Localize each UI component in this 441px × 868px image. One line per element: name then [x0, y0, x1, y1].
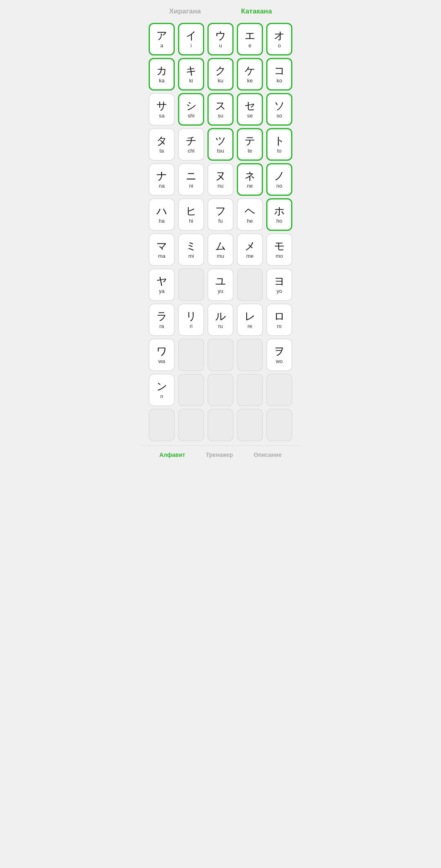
kana-cell[interactable] — [178, 409, 204, 441]
kana-cell[interactable] — [266, 374, 292, 406]
kana-romanization: mu — [217, 253, 224, 259]
kana-cell[interactable]: エe — [237, 23, 263, 55]
kana-cell[interactable]: ニni — [178, 163, 204, 196]
kana-character: ム — [215, 240, 226, 252]
kana-cell[interactable]: フfu — [207, 198, 234, 231]
kana-cell[interactable] — [178, 374, 204, 406]
kana-cell[interactable]: セse — [237, 93, 263, 126]
kana-cell[interactable]: ワwa — [149, 339, 175, 371]
kana-cell[interactable]: タta — [149, 128, 175, 161]
kana-cell[interactable]: メme — [237, 233, 263, 266]
tab-hiragana[interactable]: Хирагана — [169, 7, 201, 16]
kana-character: チ — [186, 135, 197, 147]
tab-katakana[interactable]: Катакана — [241, 7, 272, 16]
kana-cell[interactable]: マma — [149, 233, 175, 266]
kana-cell[interactable]: ヘhe — [237, 198, 263, 231]
kana-cell[interactable] — [237, 268, 263, 301]
kana-cell[interactable]: モmo — [266, 233, 292, 266]
kana-cell[interactable] — [178, 268, 204, 301]
kana-cell[interactable]: スsu — [207, 93, 234, 126]
kana-character: ナ — [156, 170, 167, 182]
kana-romanization: n — [160, 393, 163, 399]
kana-romanization: chi — [188, 148, 195, 154]
kana-romanization: re — [247, 323, 252, 329]
kana-cell[interactable] — [178, 339, 204, 371]
kana-cell[interactable]: ソso — [266, 93, 292, 126]
kana-character: レ — [245, 310, 256, 322]
nav-trainer[interactable]: Тренажер — [201, 450, 238, 460]
kana-cell[interactable]: ヌnu — [207, 163, 234, 196]
kana-romanization: a — [160, 42, 163, 49]
kana-cell[interactable]: アa — [149, 23, 175, 55]
kana-character: ヲ — [274, 345, 285, 357]
kana-cell[interactable]: ルru — [207, 303, 234, 336]
kana-romanization: ku — [218, 78, 223, 84]
kana-cell[interactable]: ミmi — [178, 233, 204, 266]
kana-cell[interactable]: ヲwo — [266, 339, 292, 371]
kana-cell[interactable]: オo — [266, 23, 292, 55]
kana-romanization: ro — [277, 323, 282, 329]
kana-cell[interactable]: ロro — [266, 303, 292, 336]
kana-character: ラ — [156, 310, 167, 322]
kana-cell[interactable]: コko — [266, 58, 292, 91]
kana-cell[interactable]: ノno — [266, 163, 292, 196]
kana-romanization: hi — [189, 218, 193, 224]
kana-romanization: mi — [188, 253, 194, 259]
kana-character: コ — [274, 65, 285, 77]
kana-cell[interactable] — [266, 409, 292, 441]
kana-cell[interactable]: トto — [266, 128, 292, 161]
kana-cell[interactable]: クku — [207, 58, 234, 91]
kana-character: ネ — [245, 170, 256, 182]
kana-cell[interactable] — [207, 409, 234, 441]
kana-character: カ — [156, 65, 167, 77]
kana-romanization: o — [278, 42, 281, 49]
kana-character: ヤ — [156, 275, 167, 287]
kana-cell[interactable]: ネne — [237, 163, 263, 196]
kana-character: ホ — [274, 205, 285, 217]
kana-cell[interactable]: ンn — [149, 374, 175, 406]
kana-romanization: no — [276, 183, 282, 189]
kana-cell[interactable]: ウu — [207, 23, 234, 55]
kana-romanization: ke — [247, 78, 253, 84]
kana-cell[interactable] — [237, 409, 263, 441]
kana-character: ツ — [215, 135, 226, 147]
kana-cell[interactable]: ツtsu — [207, 128, 234, 161]
kana-character: ワ — [156, 345, 167, 357]
kana-romanization: ki — [189, 78, 193, 84]
kana-romanization: shi — [188, 113, 195, 119]
nav-description[interactable]: Описание — [249, 450, 287, 460]
kana-cell[interactable] — [237, 339, 263, 371]
kana-romanization: ra — [159, 323, 164, 329]
kana-character: サ — [156, 100, 167, 112]
nav-alphabet[interactable]: Алфавит — [154, 450, 190, 460]
kana-romanization: he — [247, 218, 253, 224]
kana-cell[interactable]: ヒhi — [178, 198, 204, 231]
kana-cell[interactable]: ホho — [266, 198, 292, 231]
kana-cell[interactable] — [149, 409, 175, 441]
kana-cell[interactable]: ナna — [149, 163, 175, 196]
kana-cell[interactable] — [207, 339, 234, 371]
kana-character: シ — [186, 100, 197, 112]
kana-cell[interactable]: ハha — [149, 198, 175, 231]
kana-romanization: i — [191, 42, 192, 49]
kana-cell[interactable]: イi — [178, 23, 204, 55]
kana-romanization: sa — [159, 113, 165, 119]
kana-cell[interactable]: シshi — [178, 93, 204, 126]
kana-cell[interactable]: ケke — [237, 58, 263, 91]
kana-cell[interactable]: ヤya — [149, 268, 175, 301]
kana-cell[interactable]: サsa — [149, 93, 175, 126]
kana-cell[interactable]: ユyu — [207, 268, 234, 301]
kana-cell[interactable]: キki — [178, 58, 204, 91]
kana-cell[interactable]: チchi — [178, 128, 204, 161]
kana-cell[interactable]: カka — [149, 58, 175, 91]
kana-row-10: ンn — [147, 374, 294, 406]
kana-cell[interactable]: ムmu — [207, 233, 234, 266]
kana-cell[interactable]: レre — [237, 303, 263, 336]
kana-cell[interactable]: テte — [237, 128, 263, 161]
kana-cell[interactable] — [237, 374, 263, 406]
kana-cell[interactable] — [207, 374, 234, 406]
kana-cell[interactable]: ラra — [149, 303, 175, 336]
kana-cell[interactable]: ヨyo — [266, 268, 292, 301]
kana-cell[interactable]: リri — [178, 303, 204, 336]
kana-romanization: ru — [218, 323, 223, 329]
